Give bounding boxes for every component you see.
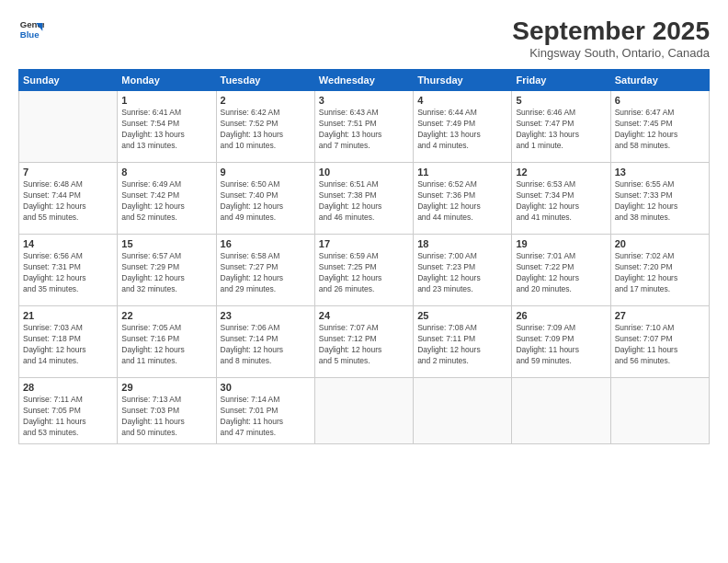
day-info: Sunrise: 7:07 AM Sunset: 7:12 PM Dayligh… (319, 323, 409, 367)
calendar-cell: 20Sunrise: 7:02 AM Sunset: 7:20 PM Dayli… (610, 235, 709, 306)
day-info: Sunrise: 7:02 AM Sunset: 7:20 PM Dayligh… (615, 251, 705, 295)
day-info: Sunrise: 6:57 AM Sunset: 7:29 PM Dayligh… (121, 251, 211, 295)
weekday-header-tuesday: Tuesday (216, 70, 314, 91)
day-info: Sunrise: 6:43 AM Sunset: 7:51 PM Dayligh… (319, 108, 409, 152)
day-number: 15 (121, 238, 211, 249)
day-number: 28 (23, 382, 113, 393)
day-number: 4 (417, 95, 507, 106)
calendar-cell: 19Sunrise: 7:01 AM Sunset: 7:22 PM Dayli… (512, 235, 610, 306)
day-info: Sunrise: 6:55 AM Sunset: 7:33 PM Dayligh… (615, 179, 705, 224)
calendar-cell: 27Sunrise: 7:10 AM Sunset: 7:07 PM Dayli… (610, 306, 709, 378)
day-number: 21 (23, 310, 113, 321)
day-info: Sunrise: 6:59 AM Sunset: 7:25 PM Dayligh… (319, 251, 409, 295)
calendar-cell (414, 378, 512, 444)
calendar-cell: 12Sunrise: 6:53 AM Sunset: 7:34 PM Dayli… (512, 163, 610, 235)
calendar-cell (314, 378, 413, 444)
day-number: 5 (516, 95, 606, 106)
calendar-cell: 4Sunrise: 6:44 AM Sunset: 7:49 PM Daylig… (414, 91, 512, 163)
weekday-header-row: SundayMondayTuesdayWednesdayThursdayFrid… (19, 70, 710, 91)
calendar-cell: 28Sunrise: 7:11 AM Sunset: 7:05 PM Dayli… (19, 378, 118, 444)
day-number: 3 (319, 95, 409, 106)
calendar-cell: 25Sunrise: 7:08 AM Sunset: 7:11 PM Dayli… (414, 306, 512, 378)
calendar-cell: 7Sunrise: 6:48 AM Sunset: 7:44 PM Daylig… (19, 163, 118, 235)
day-number: 29 (121, 382, 211, 393)
calendar-cell: 8Sunrise: 6:49 AM Sunset: 7:42 PM Daylig… (118, 163, 216, 235)
calendar-cell: 10Sunrise: 6:51 AM Sunset: 7:38 PM Dayli… (314, 163, 413, 235)
day-info: Sunrise: 6:50 AM Sunset: 7:40 PM Dayligh… (221, 179, 311, 224)
day-number: 1 (121, 95, 211, 106)
week-row-3: 14Sunrise: 6:56 AM Sunset: 7:31 PM Dayli… (19, 235, 710, 306)
day-number: 30 (221, 382, 311, 393)
day-info: Sunrise: 7:11 AM Sunset: 7:05 PM Dayligh… (23, 395, 113, 439)
weekday-header-saturday: Saturday (610, 70, 709, 91)
day-info: Sunrise: 6:48 AM Sunset: 7:44 PM Dayligh… (23, 179, 113, 224)
subtitle: Kingsway South, Ontario, Canada (512, 46, 710, 60)
day-number: 24 (319, 310, 409, 321)
logo: General Blue (18, 17, 44, 42)
day-number: 14 (23, 238, 113, 249)
day-info: Sunrise: 6:47 AM Sunset: 7:45 PM Dayligh… (615, 108, 705, 152)
day-info: Sunrise: 7:03 AM Sunset: 7:18 PM Dayligh… (23, 323, 113, 367)
calendar-cell: 21Sunrise: 7:03 AM Sunset: 7:18 PM Dayli… (19, 306, 118, 378)
calendar-cell: 22Sunrise: 7:05 AM Sunset: 7:16 PM Dayli… (118, 306, 216, 378)
day-number: 20 (615, 238, 705, 249)
title-block: September 2025 Kingsway South, Ontario, … (512, 17, 710, 60)
day-info: Sunrise: 7:09 AM Sunset: 7:09 PM Dayligh… (516, 323, 606, 367)
calendar-cell: 23Sunrise: 7:06 AM Sunset: 7:14 PM Dayli… (216, 306, 314, 378)
day-number: 2 (221, 95, 311, 106)
day-number: 7 (23, 167, 113, 178)
day-info: Sunrise: 7:06 AM Sunset: 7:14 PM Dayligh… (221, 323, 311, 367)
calendar-table: SundayMondayTuesdayWednesdayThursdayFrid… (18, 69, 710, 444)
week-row-1: 1Sunrise: 6:41 AM Sunset: 7:54 PM Daylig… (19, 91, 710, 163)
calendar-cell: 14Sunrise: 6:56 AM Sunset: 7:31 PM Dayli… (19, 235, 118, 306)
calendar-cell: 16Sunrise: 6:58 AM Sunset: 7:27 PM Dayli… (216, 235, 314, 306)
day-number: 11 (417, 167, 507, 178)
day-info: Sunrise: 6:41 AM Sunset: 7:54 PM Dayligh… (121, 108, 211, 152)
calendar-cell: 11Sunrise: 6:52 AM Sunset: 7:36 PM Dayli… (414, 163, 512, 235)
weekday-header-monday: Monday (118, 70, 216, 91)
day-number: 12 (516, 167, 606, 178)
calendar-cell: 9Sunrise: 6:50 AM Sunset: 7:40 PM Daylig… (216, 163, 314, 235)
calendar-cell: 17Sunrise: 6:59 AM Sunset: 7:25 PM Dayli… (314, 235, 413, 306)
day-info: Sunrise: 6:56 AM Sunset: 7:31 PM Dayligh… (23, 251, 113, 295)
day-number: 13 (615, 167, 705, 178)
day-info: Sunrise: 6:51 AM Sunset: 7:38 PM Dayligh… (319, 179, 409, 224)
calendar-cell: 29Sunrise: 7:13 AM Sunset: 7:03 PM Dayli… (118, 378, 216, 444)
day-number: 6 (615, 95, 705, 106)
day-info: Sunrise: 6:53 AM Sunset: 7:34 PM Dayligh… (516, 179, 606, 224)
header: General Blue September 2025 Kingsway Sou… (18, 17, 710, 60)
day-info: Sunrise: 6:42 AM Sunset: 7:52 PM Dayligh… (221, 108, 311, 152)
day-number: 18 (417, 238, 507, 249)
day-number: 22 (121, 310, 211, 321)
day-info: Sunrise: 7:01 AM Sunset: 7:22 PM Dayligh… (516, 251, 606, 295)
calendar-cell (512, 378, 610, 444)
weekday-header-friday: Friday (512, 70, 610, 91)
calendar-cell: 15Sunrise: 6:57 AM Sunset: 7:29 PM Dayli… (118, 235, 216, 306)
calendar-cell (610, 378, 709, 444)
day-info: Sunrise: 7:14 AM Sunset: 7:01 PM Dayligh… (221, 395, 311, 439)
calendar-cell: 18Sunrise: 7:00 AM Sunset: 7:23 PM Dayli… (414, 235, 512, 306)
day-number: 16 (221, 238, 311, 249)
day-info: Sunrise: 7:00 AM Sunset: 7:23 PM Dayligh… (417, 251, 507, 295)
calendar-cell: 13Sunrise: 6:55 AM Sunset: 7:33 PM Dayli… (610, 163, 709, 235)
day-number: 27 (615, 310, 705, 321)
calendar-cell: 5Sunrise: 6:46 AM Sunset: 7:47 PM Daylig… (512, 91, 610, 163)
calendar-cell: 6Sunrise: 6:47 AM Sunset: 7:45 PM Daylig… (610, 91, 709, 163)
calendar-cell: 2Sunrise: 6:42 AM Sunset: 7:52 PM Daylig… (216, 91, 314, 163)
calendar-page: General Blue September 2025 Kingsway Sou… (0, 0, 728, 563)
day-info: Sunrise: 7:08 AM Sunset: 7:11 PM Dayligh… (417, 323, 507, 367)
weekday-header-thursday: Thursday (414, 70, 512, 91)
day-number: 9 (221, 167, 311, 178)
calendar-cell: 26Sunrise: 7:09 AM Sunset: 7:09 PM Dayli… (512, 306, 610, 378)
weekday-header-sunday: Sunday (19, 70, 118, 91)
calendar-cell: 1Sunrise: 6:41 AM Sunset: 7:54 PM Daylig… (118, 91, 216, 163)
day-number: 23 (221, 310, 311, 321)
weekday-header-wednesday: Wednesday (314, 70, 413, 91)
calendar-cell: 3Sunrise: 6:43 AM Sunset: 7:51 PM Daylig… (314, 91, 413, 163)
day-number: 8 (121, 167, 211, 178)
day-info: Sunrise: 7:05 AM Sunset: 7:16 PM Dayligh… (121, 323, 211, 367)
day-number: 17 (319, 238, 409, 249)
day-number: 10 (319, 167, 409, 178)
week-row-4: 21Sunrise: 7:03 AM Sunset: 7:18 PM Dayli… (19, 306, 710, 378)
week-row-2: 7Sunrise: 6:48 AM Sunset: 7:44 PM Daylig… (19, 163, 710, 235)
